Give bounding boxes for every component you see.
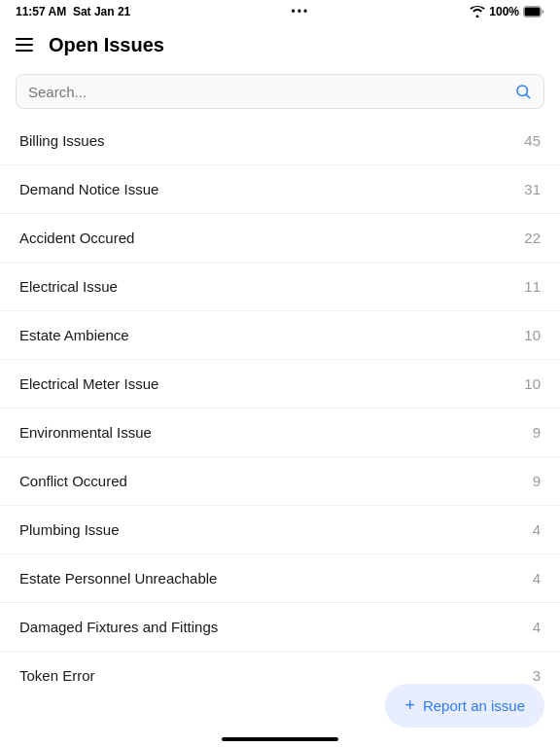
list-item[interactable]: Damaged Fixtures and Fittings4	[0, 603, 560, 652]
issues-list: Billing Issues45Demand Notice Issue31Acc…	[0, 117, 560, 685]
issue-name: Electrical Meter Issue	[19, 375, 158, 392]
issue-name: Damaged Fixtures and Fittings	[19, 619, 218, 635]
list-item[interactable]: Demand Notice Issue31	[0, 165, 560, 214]
status-time: 11:57 AM Sat Jan 21	[16, 5, 130, 18]
issue-count: 9	[533, 473, 541, 489]
list-item[interactable]: Conflict Occured9	[0, 457, 560, 506]
page-header: Open Issues	[0, 23, 560, 66]
battery-icon	[523, 6, 544, 18]
issue-name: Electrical Issue	[19, 278, 118, 295]
issue-count: 9	[533, 424, 541, 441]
search-icon	[514, 83, 532, 100]
issue-count: 22	[524, 230, 541, 246]
status-bar: 11:57 AM Sat Jan 21 ••• 100%	[0, 0, 560, 23]
status-dots: •••	[291, 5, 309, 18]
report-button-label: Report an issue	[423, 697, 525, 714]
search-container	[0, 66, 560, 117]
bottom-action-area: + Report an issue	[385, 684, 544, 728]
issue-count: 3	[533, 667, 541, 684]
issue-name: Estate Ambience	[19, 327, 129, 343]
issue-name: Demand Notice Issue	[19, 181, 158, 197]
list-item[interactable]: Electrical Meter Issue10	[0, 360, 560, 409]
search-wrapper[interactable]	[16, 74, 544, 109]
issue-count: 4	[533, 570, 541, 587]
menu-button[interactable]	[12, 34, 37, 55]
battery-percentage: 100%	[489, 5, 519, 18]
wifi-icon	[470, 6, 485, 18]
page-title: Open Issues	[49, 34, 164, 56]
home-indicator	[222, 737, 338, 741]
issue-name: Accident Occured	[19, 230, 134, 246]
list-item[interactable]: Token Error3	[0, 652, 560, 685]
issue-count: 10	[524, 375, 541, 392]
issue-name: Environmental Issue	[19, 424, 152, 441]
issue-name: Plumbing Issue	[19, 521, 120, 538]
list-item[interactable]: Plumbing Issue4	[0, 506, 560, 554]
list-item[interactable]: Electrical Issue11	[0, 263, 560, 311]
issue-name: Estate Personnel Unreachable	[19, 570, 217, 587]
issue-count: 10	[524, 327, 541, 343]
list-item[interactable]: Environmental Issue9	[0, 409, 560, 457]
issue-count: 4	[533, 619, 541, 635]
svg-line-3	[526, 94, 529, 97]
issue-count: 31	[524, 181, 541, 197]
status-indicators: 100%	[470, 5, 544, 18]
plus-icon: +	[404, 695, 415, 716]
issue-count: 45	[524, 132, 541, 149]
issue-count: 11	[524, 278, 541, 295]
list-item[interactable]: Billing Issues45	[0, 117, 560, 165]
report-issue-button[interactable]: + Report an issue	[385, 684, 544, 728]
issue-name: Token Error	[19, 667, 95, 684]
issue-name: Billing Issues	[19, 132, 105, 149]
svg-rect-1	[524, 8, 540, 17]
list-item[interactable]: Estate Ambience10	[0, 311, 560, 360]
issue-count: 4	[533, 521, 541, 538]
search-input[interactable]	[28, 84, 514, 100]
list-item[interactable]: Estate Personnel Unreachable4	[0, 554, 560, 603]
issue-name: Conflict Occured	[19, 473, 127, 489]
list-item[interactable]: Accident Occured22	[0, 214, 560, 263]
